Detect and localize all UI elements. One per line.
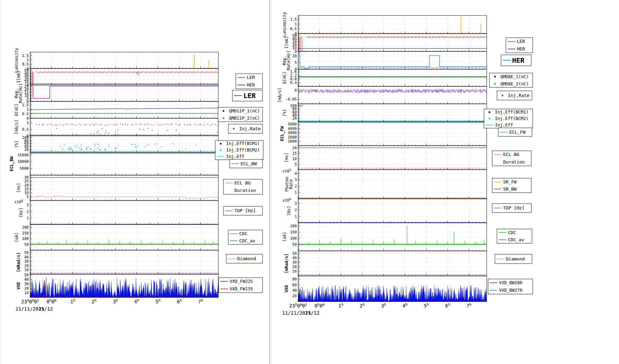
y-tick-label: 1.6 (290, 70, 297, 74)
y-tick-label: 3 (26, 203, 29, 207)
legend-label: Inj.Eff(BCM2) (226, 147, 260, 153)
x-tick-label: 6h (445, 303, 450, 308)
subplot-luminosity: 00.511.5Luminosity (282, 12, 487, 37)
series-Luminosity-spikes (194, 54, 209, 69)
legend-dot-marker (494, 76, 496, 77)
legend-inj-eff-bcm1-: Inj.Eff(BCM1)Inj.Eff(BCM2)Inj.Eff (484, 109, 533, 128)
y-axis-title: [mA/s] (14, 120, 19, 134)
subplot-ecl-fw: 10002000300040005000ECL_FW (280, 122, 487, 146)
series-VXD_BW270 (298, 285, 487, 302)
y-tick-label: 50 (24, 273, 29, 277)
legend-label: QMD8E_2(nC) (500, 81, 529, 86)
subplot-cdc: 50100150200[uA] (14, 225, 218, 250)
legend-label: Inj.Eff (495, 122, 513, 128)
legend-label: Duration (503, 159, 525, 165)
legend-ecl-fw: ECL_FW (498, 128, 532, 136)
y-tick-label: 25 (24, 179, 29, 183)
y-tick-label: 100 (22, 236, 29, 241)
y-tick-label: 100 (22, 135, 29, 140)
series-VXD_FW225 (30, 278, 218, 298)
legend-label: CDC (508, 230, 516, 235)
y-tick-label: 5 (294, 162, 297, 167)
legend-vxd-bw180: VXD_BW180VXD_BW270 (488, 279, 533, 294)
x-tick-label: 1h (338, 303, 343, 308)
legend-label: CDC (239, 231, 247, 236)
y-tick-label: 15000 (17, 153, 29, 157)
y-axis-title: Rate[Hz] (18, 83, 23, 103)
legend-label: VXD_FW225 (230, 279, 253, 284)
y-tick-label: 30 (292, 260, 297, 265)
x-tick-label: 5h (156, 299, 161, 304)
y-axis-title: I[mA] (16, 71, 21, 83)
y-axis-title: [Hz] (19, 208, 23, 218)
x-tick-label: 23h0m0s (289, 303, 307, 308)
legend-ecl-bg: ECL BGDuration (492, 151, 531, 166)
y-tick-label: 15 (292, 151, 297, 156)
x-tick-label: 7h (198, 299, 203, 304)
y-axis-scale: x105 (282, 168, 291, 173)
legend-top-hz-: TOP [Hz] (223, 206, 263, 215)
subplot-charge: 0.40.81.21.6Q[nC] (282, 69, 487, 86)
legend-vxd-fw225: VXD_FW225VXD_FW135 (219, 278, 263, 293)
x-axis-date: 11/12 (305, 310, 319, 316)
legend-label: LER (247, 75, 255, 80)
y-tick-label: 10 (292, 54, 297, 58)
legend-label: TOP [Hz] (234, 208, 256, 213)
legend-dot-marker (502, 95, 503, 96)
legend-sr-fw: SR_FWSR_BW (492, 178, 531, 193)
y-tick-label: 1 (294, 214, 297, 219)
y-tick-label: 20 (24, 183, 29, 187)
y-axis-title: [uA] (282, 232, 287, 242)
subplot-ecl-bg: 5101520[ms] (284, 146, 487, 170)
y-tick-label: 5000 (20, 166, 29, 171)
y-axis-title: Luminosity (14, 48, 19, 73)
y-tick-label: 20 (24, 264, 29, 268)
x-axis-date: 11/12 (38, 306, 53, 312)
x-tick-label: 3h (381, 303, 386, 308)
y-tick-label: 10 (24, 268, 29, 272)
subplot-ecl-bg: 51015202530[ms] (16, 175, 218, 201)
subplot-rep-rate: 0510152025Rep.Rate[Hz] (14, 83, 218, 104)
y-axis-title: Luminosity (282, 12, 287, 37)
y-tick-label: 1 (26, 121, 29, 125)
legend-label: HER (512, 56, 525, 64)
subplot-top: 123[Hz]x106 (282, 197, 487, 223)
y-axis-title: Rate[Hz] (286, 50, 291, 70)
legend-top-hz-: TOP [Hz] (492, 204, 531, 213)
y-tick-label: 3 (294, 201, 297, 206)
series-CDC-spikes (39, 239, 214, 244)
y-tick-label: -0.05 (286, 97, 297, 101)
series-ECL-BG-Duration (30, 196, 218, 198)
legend-dot-marker (489, 118, 490, 120)
y-tick-label: 50 (24, 242, 29, 247)
y-tick-label: 1 (294, 190, 297, 195)
legend-label: Inj.Eff(BCM1) (495, 109, 529, 114)
subplot-ecl-bw: 50001000015000ECL_BW (9, 153, 218, 175)
y-axis-title: Q[nC] (282, 72, 287, 84)
x-tick-label: 2h (92, 299, 97, 304)
x-tick-label: 1h (70, 299, 75, 304)
legend-label: LER (517, 39, 525, 44)
y-axis-title: [%] (14, 141, 19, 148)
y-tick-label: 1 (26, 216, 29, 220)
x-tick-label: 5h (424, 303, 429, 308)
legend-ler: LERHER (236, 74, 263, 89)
y-axis-title: [Hz] (287, 206, 291, 216)
subplot-inj-eff: 20406080100[%] (282, 104, 487, 122)
legend-label: Diamond (506, 256, 525, 262)
y-axis-title: VXD (16, 282, 21, 290)
legend-dot-marker (494, 83, 496, 85)
legend-ecl-bw: ECL_BW (230, 159, 263, 168)
panel-ler: 00.511.5Luminosity01020304050I[mA]051015… (9, 48, 263, 312)
y-axis-title: [mA/s] (277, 88, 282, 102)
y-tick-label: 50 (24, 68, 29, 73)
subplot-top: 123[Hz]x106 (14, 199, 218, 225)
legend-dot-marker (223, 117, 224, 119)
legend-qmd11p-1-nc-: QMD11P_1(nC)QMD11P_2(nC) (218, 107, 263, 122)
y-tick-label: 20 (292, 265, 297, 269)
x-tick-label: 2h (360, 303, 365, 308)
y-axis-title: [mRad/s] (16, 252, 21, 272)
series-Rep.Rate-HER (298, 53, 487, 69)
legend-label: SR_FW (503, 179, 517, 184)
y-tick-label: 150 (22, 231, 29, 235)
